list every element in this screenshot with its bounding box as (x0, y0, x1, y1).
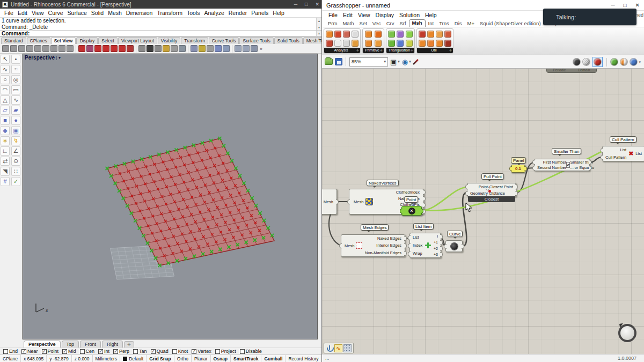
input-nub[interactable] (532, 160, 535, 165)
rhino-menu-analyze[interactable]: Analyze (202, 10, 226, 16)
set-view-perspective-icon[interactable] (127, 45, 134, 52)
osnap-project[interactable]: Project (215, 349, 236, 354)
freeform-curve-icon[interactable]: ∿ (11, 95, 20, 105)
sketch-tool-icon[interactable] (334, 344, 342, 352)
preview-off-gem-icon[interactable] (573, 58, 580, 65)
array-icon[interactable]: ∷ (11, 167, 20, 176)
status-record-history[interactable]: Record History (286, 355, 321, 362)
triangulation-component-icon-2[interactable] (406, 31, 413, 38)
periodic-domain-partial-node[interactable]: Periodic Domain (546, 69, 597, 73)
set-view-back-icon[interactable] (86, 45, 93, 52)
osnap-end[interactable]: End (3, 349, 18, 354)
canvas-compass-widget[interactable] (618, 324, 636, 342)
mesh-param-partial-node[interactable]: Mesh (322, 189, 337, 215)
gh-maximize-button[interactable]: □ (624, 2, 627, 8)
zoom-out-icon[interactable] (67, 45, 74, 52)
polyline-icon[interactable]: ∿ (1, 65, 10, 74)
input-nub[interactable] (465, 191, 468, 196)
status-planar[interactable]: Planar (192, 355, 211, 362)
input-nub[interactable] (408, 235, 411, 240)
group-name-bar[interactable]: Primitive (363, 48, 384, 53)
toolbar-tab-set-view[interactable]: Set View (51, 37, 76, 44)
analysis-component-icon-5[interactable] (334, 40, 341, 47)
grasshopper-canvas[interactable]: Periodic Domain Mesh NakedVertices Mesh … (322, 69, 644, 354)
zoom-selected-icon[interactable] (34, 45, 41, 52)
analysis-component-icon-1[interactable] (334, 31, 341, 38)
toolbar-tab-surface-tools[interactable]: Surface Tools (239, 37, 273, 44)
viewport-tab-front[interactable]: Front (80, 341, 101, 348)
analysis-component-icon-0[interactable] (326, 31, 333, 38)
analysis-component-icon-2[interactable] (343, 31, 350, 38)
gh-tab-crv[interactable]: Crv (384, 20, 397, 27)
util-component-icon-4[interactable] (419, 40, 426, 47)
sketch-pen-icon[interactable] (413, 58, 419, 64)
gh-tab-dis[interactable]: Dis (452, 20, 465, 27)
gh-menu-help[interactable]: Help (423, 12, 439, 18)
scale-icon[interactable]: ◥ (1, 167, 10, 176)
viewport-title[interactable]: Perspective (25, 55, 61, 61)
osnap-checkbox-mid[interactable] (62, 349, 67, 354)
input-nub[interactable] (444, 244, 447, 249)
rhino-menu-render[interactable]: Render (226, 10, 249, 16)
input-nub[interactable] (465, 184, 468, 189)
sphere-icon[interactable]: ● (11, 116, 20, 125)
triangulation-component-icon-1[interactable] (397, 31, 404, 38)
zoom-dynamic-icon[interactable] (18, 45, 25, 52)
triangulation-component-icon-3[interactable] (388, 40, 395, 47)
osnap-checkbox-quad[interactable] (151, 349, 156, 354)
grid-settings-icon[interactable] (235, 45, 241, 52)
shaded-display-icon[interactable] (179, 45, 186, 52)
primitive-component-icon-2[interactable] (365, 40, 372, 47)
group-name-bar[interactable]: Util (417, 48, 453, 53)
set-view-right-icon[interactable] (119, 45, 126, 52)
zoom-back-icon[interactable] (50, 45, 57, 52)
set-view-top-icon[interactable] (94, 45, 101, 52)
open-file-icon[interactable] (325, 58, 333, 65)
status-millimeters[interactable]: Millimeters (93, 355, 121, 362)
preview-artistic-gem-icon[interactable] (620, 58, 627, 65)
zoom-level-select[interactable]: 85% (349, 57, 388, 67)
gh-tab-vec[interactable]: Vec (370, 20, 384, 27)
named-cplane-icon[interactable] (199, 45, 206, 52)
preview-dropdown-icon[interactable] (409, 60, 411, 64)
cplane-icon[interactable] (191, 45, 197, 52)
status-z-0-000[interactable]: z 0.000 (72, 355, 93, 362)
rhino-menu-help[interactable]: Help (270, 10, 287, 16)
rhino-menu-mesh[interactable]: Mesh (106, 10, 124, 16)
preview-rendered-gem-icon[interactable] (630, 58, 637, 65)
move-icon[interactable]: ⇄ (1, 157, 10, 166)
toolbar-tab-solid-tools[interactable]: Solid Tools (274, 37, 303, 44)
osnap-quad[interactable]: Quad (151, 349, 169, 354)
gh-tab-m-[interactable]: M+ (465, 20, 477, 27)
osnap-cen[interactable]: Cen (80, 349, 95, 354)
pull-point-node[interactable]: Point Geometry Closest Point Distance Cl… (467, 183, 516, 197)
gh-menu-view[interactable]: View (356, 12, 372, 18)
gh-minimize-button[interactable]: ─ (611, 2, 614, 8)
input-nub[interactable] (601, 148, 603, 153)
osnap-mid[interactable]: Mid (62, 349, 76, 354)
rhino-command-prompt[interactable]: Command: (0, 31, 321, 36)
triangulation-component-icon-5[interactable] (406, 40, 413, 47)
preview-eye-icon[interactable]: ◉ (402, 58, 408, 66)
options-icon[interactable] (251, 45, 258, 52)
background-bitmap-icon[interactable] (163, 45, 170, 52)
viewport-add-tab-button[interactable] (124, 341, 134, 348)
preview-custom-gem-icon[interactable] (611, 58, 618, 65)
osnap-knot[interactable]: Knot (172, 349, 188, 354)
point-param-node[interactable] (401, 206, 422, 216)
grid-icon[interactable]: # (1, 177, 10, 186)
rhino-viewport[interactable]: Perspective x (23, 54, 318, 339)
osnap-vertex[interactable]: Vertex (192, 349, 211, 354)
prompt-scrollbar[interactable] (316, 31, 321, 36)
panel-node[interactable]: 0.1 (511, 165, 525, 173)
gh-tab-prm[interactable]: Prm (325, 20, 340, 27)
rhino-menu-solid[interactable]: Solid (89, 10, 106, 16)
status-ortho[interactable]: Ortho (174, 355, 192, 362)
input-nub[interactable] (400, 209, 402, 213)
status-default[interactable]: Default (120, 355, 147, 362)
osnap-checkbox-knot[interactable] (172, 349, 177, 354)
rhino-menu-panels[interactable]: Panels (249, 10, 270, 16)
pointer-icon[interactable]: ↖ (1, 55, 10, 64)
rhino-close-button[interactable]: ✕ (315, 2, 319, 7)
anchor-icon[interactable] (325, 344, 333, 352)
